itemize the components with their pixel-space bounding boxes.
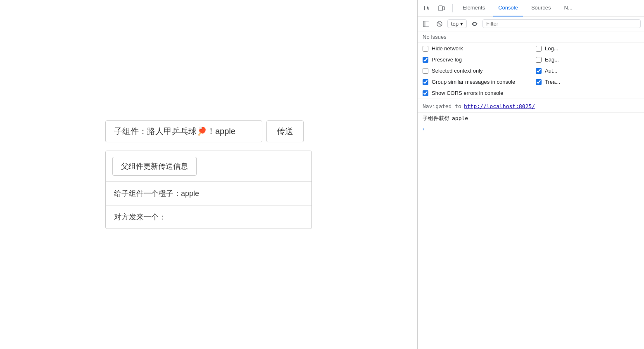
filter-input[interactable] xyxy=(482,19,641,28)
top-context-dropdown[interactable]: top ▾ xyxy=(447,19,467,28)
eye-icon[interactable] xyxy=(469,19,480,29)
sidebar-toggle-icon[interactable] xyxy=(421,19,432,29)
hide-network-checkbox[interactable] xyxy=(423,46,428,52)
console-log-line: 子组件获得 apple xyxy=(418,113,644,125)
checkbox-eager: Eag... xyxy=(531,54,644,65)
tab-sources[interactable]: Sources xyxy=(526,0,556,17)
tab-elements[interactable]: Elements xyxy=(458,0,490,17)
checkbox-group-similar: Group similar messages in console xyxy=(418,76,531,87)
hide-network-label: Hide network xyxy=(432,45,463,52)
devtools-toolbar: top ▾ xyxy=(418,17,644,31)
group-similar-checkbox[interactable] xyxy=(423,79,428,85)
parent-orange-value: apple xyxy=(181,189,199,198)
navigated-prefix: Navigated to xyxy=(423,102,461,111)
log-label: Log... xyxy=(545,45,558,52)
selected-context-label: Selected context only xyxy=(432,68,483,74)
aut-checkbox[interactable] xyxy=(536,68,542,74)
device-toolbar-icon[interactable] xyxy=(436,2,447,14)
child-value: 路人甲乒乓球🏓！apple xyxy=(147,127,235,136)
group-similar-label: Group similar messages in console xyxy=(432,79,515,85)
divider-1 xyxy=(452,4,453,12)
svg-line-5 xyxy=(438,22,441,26)
console-output: Navigated to http://localhost:8025/ 子组件获… xyxy=(418,99,644,349)
checkbox-log: Log... xyxy=(531,43,644,54)
send-button[interactable]: 传送 xyxy=(266,120,304,142)
child-component-row: 子组件：路人甲乒乓球🏓！apple 传送 xyxy=(105,120,304,142)
checkbox-hide-network: Hide network xyxy=(418,43,531,54)
child-label: 子组件： xyxy=(114,127,147,136)
checkbox-treat: Trea... xyxy=(531,76,644,87)
child-input-display: 子组件：路人甲乒乓球🏓！apple xyxy=(105,120,262,142)
clear-console-icon[interactable] xyxy=(434,19,445,29)
left-panel: 子组件：路人甲乒乓球🏓！apple 传送 父组件更新传送信息 给子组件一个橙子：… xyxy=(0,0,417,349)
parent-receive-label: 对方发来一个： xyxy=(114,213,166,221)
chevron-down-icon: ▾ xyxy=(460,21,463,27)
tab-more[interactable]: N... xyxy=(559,0,577,17)
treat-label: Trea... xyxy=(545,79,560,85)
console-chevron-icon: › xyxy=(423,126,424,132)
svg-rect-3 xyxy=(423,21,425,27)
parent-update-button[interactable]: 父组件更新传送信息 xyxy=(112,157,197,176)
cors-label: Show CORS errors in console xyxy=(432,90,503,96)
svg-rect-0 xyxy=(439,6,442,11)
log-value-text: apple xyxy=(452,114,468,123)
svg-point-6 xyxy=(474,23,475,24)
checkbox-selected-context: Selected context only xyxy=(418,65,531,76)
parent-component-box: 父组件更新传送信息 给子组件一个橙子：apple 对方发来一个： xyxy=(105,151,312,229)
inspect-element-icon[interactable] xyxy=(421,2,433,14)
selected-context-checkbox[interactable] xyxy=(423,68,428,74)
preserve-log-checkbox[interactable] xyxy=(423,57,428,63)
parent-receive-row: 对方发来一个： xyxy=(106,205,311,229)
console-navigated-line: Navigated to http://localhost:8025/ xyxy=(418,101,644,113)
parent-update-btn-row: 父组件更新传送信息 xyxy=(106,151,311,182)
cors-checkbox[interactable] xyxy=(423,90,428,96)
checkboxes-panel: Hide network Log... Preserve log Eag... … xyxy=(418,43,644,99)
preserve-log-label: Preserve log xyxy=(432,57,462,63)
devtools-panel: Elements Console Sources N... top ▾ xyxy=(417,0,644,349)
main-content: 子组件：路人甲乒乓球🏓！apple 传送 父组件更新传送信息 给子组件一个橙子：… xyxy=(105,120,312,229)
svg-rect-1 xyxy=(443,7,444,10)
checkbox-cors: Show CORS errors in console xyxy=(418,87,531,99)
navigated-link[interactable]: http://localhost:8025/ xyxy=(464,102,535,111)
no-issues-bar: No Issues xyxy=(418,31,644,43)
eager-checkbox[interactable] xyxy=(536,57,542,63)
devtools-topbar: Elements Console Sources N... xyxy=(418,0,644,17)
top-label: top xyxy=(451,21,459,27)
parent-info-row: 给子组件一个橙子：apple xyxy=(106,182,311,205)
tab-console[interactable]: Console xyxy=(493,0,523,17)
checkbox-aut: Aut... xyxy=(531,65,644,76)
log-label-text: 子组件获得 xyxy=(423,114,449,123)
parent-orange-label: 给子组件一个橙子： xyxy=(114,189,181,198)
log-checkbox[interactable] xyxy=(536,46,542,52)
checkbox-preserve-log: Preserve log xyxy=(418,54,531,65)
treat-checkbox[interactable] xyxy=(536,79,542,85)
aut-label: Aut... xyxy=(545,68,557,74)
eager-label: Eag... xyxy=(545,57,559,63)
console-prompt-row[interactable]: › xyxy=(418,124,644,134)
